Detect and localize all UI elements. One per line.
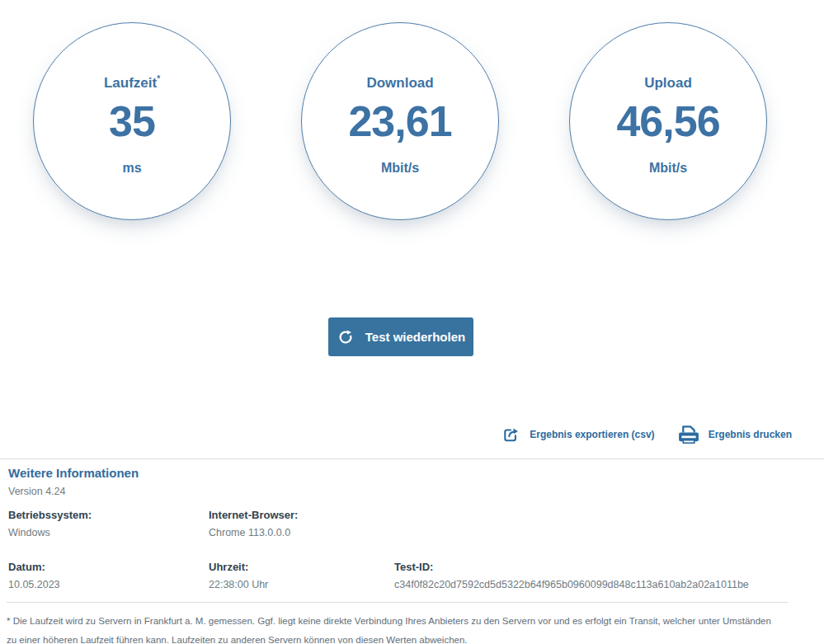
metric-value: 35 [109, 100, 155, 143]
field-test-id: Test-ID: c34f0f82c20d7592cd5d5322b64f965… [394, 561, 824, 590]
field-empty [394, 509, 824, 538]
field-internet-browser: Internet-Browser: Chrome 113.0.0.0 [209, 509, 394, 538]
field-value: 22:38:00 Uhr [209, 579, 394, 590]
actions-row: Ergebnis exportieren (csv) Ergebnis druc… [0, 422, 824, 447]
field-label: Test-ID: [394, 561, 824, 573]
field-betriebssystem: Betriebssystem: Windows [8, 509, 209, 538]
metric-label: Upload [644, 74, 692, 92]
field-value: 10.05.2023 [8, 579, 209, 590]
export-csv-link[interactable]: Ergebnis exportieren (csv) [501, 425, 654, 444]
info-grid-row-2: Datum: 10.05.2023 Uhrzeit: 22:38:00 Uhr … [8, 561, 824, 590]
printer-icon [676, 424, 700, 446]
footnote-asterisk: * [157, 74, 160, 83]
field-value: Windows [8, 527, 209, 538]
metric-label: Download [366, 74, 433, 92]
version-label: Version 4.24 [8, 486, 824, 497]
export-csv-link-label: Ergebnis exportieren (csv) [530, 429, 654, 440]
metric-unit: Mbit/s [649, 161, 687, 176]
metric-label-text: Download [366, 75, 433, 91]
metric-value: 23,61 [348, 100, 451, 143]
field-value: c34f0f82c20d7592cd5d5322b64f965b0960099d… [394, 579, 824, 590]
metric-circle-upload: Upload 46,56 Mbit/s [569, 22, 767, 220]
field-label: Datum: [8, 561, 209, 573]
metrics-row: Laufzeit* 35 ms Download 23,61 Mbit/s Up… [0, 0, 824, 220]
field-label: Uhrzeit: [209, 561, 394, 573]
metric-label-text: Upload [644, 75, 692, 91]
metric-unit: Mbit/s [381, 161, 419, 176]
print-link[interactable]: Ergebnis drucken [676, 424, 792, 446]
speedtest-result-page: Laufzeit* 35 ms Download 23,61 Mbit/s Up… [0, 0, 824, 644]
field-uhrzeit: Uhrzeit: 22:38:00 Uhr [209, 561, 394, 590]
button-row: Test wiederholen [0, 317, 824, 356]
info-grid-row-1: Betriebssystem: Windows Internet-Browser… [8, 509, 824, 538]
field-label: Internet-Browser: [209, 509, 394, 521]
metric-label: Laufzeit* [104, 74, 160, 92]
repeat-test-button-label: Test wiederholen [365, 330, 465, 344]
metric-value: 46,56 [616, 100, 719, 143]
repeat-test-button[interactable]: Test wiederholen [328, 317, 473, 356]
metric-unit: ms [122, 161, 141, 176]
metric-circle-laufzeit: Laufzeit* 35 ms [33, 22, 231, 220]
metric-circle-download: Download 23,61 Mbit/s [301, 22, 499, 220]
info-section: Weitere Informationen Version 4.24 Betri… [0, 459, 824, 590]
field-label: Betriebssystem: [8, 509, 209, 521]
info-heading: Weitere Informationen [8, 466, 824, 481]
field-value: Chrome 113.0.0.0 [209, 527, 394, 538]
field-datum: Datum: 10.05.2023 [8, 561, 209, 590]
footnote: * Die Laufzeit wird zu Servern in Frankf… [0, 603, 804, 644]
print-link-label: Ergebnis drucken [709, 429, 792, 440]
export-icon [501, 425, 521, 444]
refresh-icon [337, 328, 355, 346]
metric-label-text: Laufzeit [104, 75, 157, 91]
